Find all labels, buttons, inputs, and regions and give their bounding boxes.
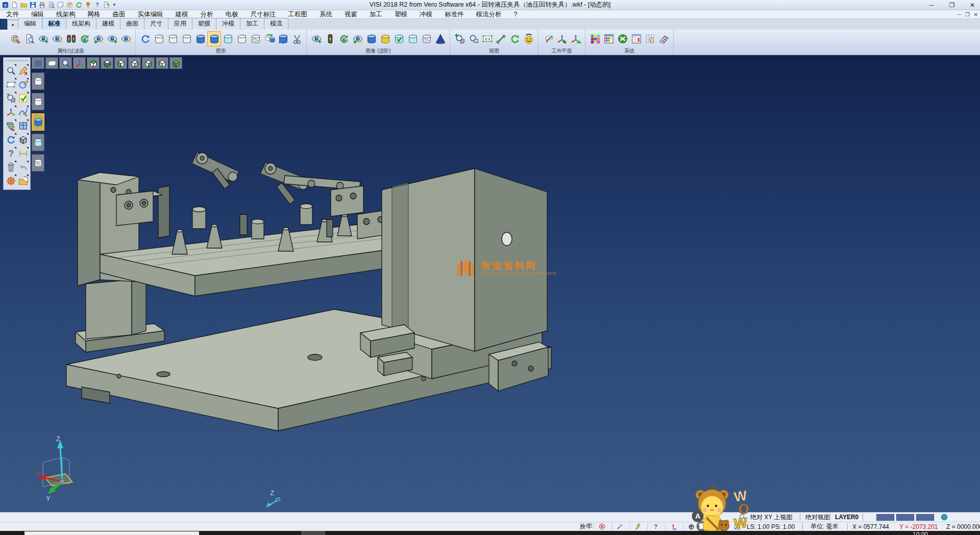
menu-标准件[interactable]: 标准件 <box>438 10 470 18</box>
ribbon-button-traffic-light[interactable] <box>323 31 337 46</box>
qat-floppy-button[interactable] <box>29 1 37 9</box>
ribbon-button-axis-arrow[interactable] <box>569 31 582 46</box>
tab-尺寸[interactable]: 尺寸 <box>144 18 168 30</box>
tool-folder-copy-button[interactable] <box>17 174 29 188</box>
menu-曲面[interactable]: 曲面 <box>107 10 132 18</box>
menu-?[interactable]: ? <box>508 10 524 18</box>
tab-建模[interactable]: 建模 <box>96 18 120 30</box>
dropdown-arrow-icon[interactable] <box>27 175 29 177</box>
view-hamburger-button[interactable] <box>32 57 44 69</box>
tool-layers-brush-button[interactable] <box>5 119 17 133</box>
status-axis-red-blue-button[interactable] <box>670 523 677 530</box>
menu-线架构[interactable]: 线架构 <box>50 10 82 18</box>
menu-模流分析[interactable]: 模流分析 <box>470 10 508 18</box>
tool-undo-button[interactable] <box>17 160 29 174</box>
tool-axis-triad-button[interactable] <box>5 105 17 119</box>
menu-分析[interactable]: 分析 <box>194 10 219 18</box>
dropdown-arrow-icon[interactable] <box>14 147 16 149</box>
dropdown-arrow-icon[interactable] <box>27 147 29 149</box>
tab-冲模[interactable]: 冲模 <box>216 18 240 30</box>
ribbon-button-table-x[interactable] <box>629 31 643 46</box>
minimize-button[interactable]: ─ <box>928 2 935 9</box>
ribbon-button-palette[interactable] <box>588 31 602 46</box>
ribbon-button-arrow-green[interactable] <box>494 31 508 46</box>
view-cube-back-button[interactable] <box>128 57 141 69</box>
menu-视窗[interactable]: 视窗 <box>338 10 363 18</box>
dropdown-arrow-icon[interactable] <box>27 92 29 94</box>
lock-toggle-label[interactable]: 拴牢 <box>580 522 592 531</box>
ribbon-button-traffic-light-pair[interactable] <box>64 31 78 46</box>
qat-help-small-button[interactable]: ? <box>93 1 101 9</box>
ribbon-button-attributes-brush[interactable] <box>9 31 22 46</box>
tool-refresh-blue-button[interactable] <box>5 133 17 147</box>
menu-加工[interactable]: 加工 <box>363 10 388 18</box>
tab-标准[interactable]: 标准 <box>42 18 66 30</box>
dropdown-arrow-icon[interactable] <box>14 133 16 135</box>
ribbon-button-cylinder-yellow[interactable] <box>378 31 392 46</box>
ribbon-button-eye-plus-minus[interactable] <box>351 31 364 46</box>
menu-塑模[interactable]: 塑模 <box>388 10 413 18</box>
tool-plane-corners-button[interactable] <box>5 78 17 91</box>
tool-cube-gray-button[interactable] <box>17 133 29 147</box>
view-cube-top-button[interactable] <box>87 57 100 69</box>
ribbon-button-window-table[interactable] <box>602 31 616 46</box>
status-chisel-yellow-button[interactable] <box>634 523 642 530</box>
dropdown-arrow-icon[interactable] <box>27 106 29 108</box>
tab-曲面[interactable]: 曲面 <box>120 18 144 30</box>
display-cylinder-solid-button[interactable] <box>32 113 44 131</box>
ribbon-button-cylinder-solid[interactable] <box>193 31 207 46</box>
mdi-restore-button[interactable]: ❐ <box>965 12 970 17</box>
tab-模流[interactable]: 模流 <box>264 18 288 30</box>
dropdown-arrow-icon[interactable] <box>27 78 29 80</box>
view-cube-left-button[interactable] <box>156 57 168 69</box>
dropdown-arrow-icon[interactable] <box>14 161 16 163</box>
menu-冲模[interactable]: 冲模 <box>413 10 438 18</box>
mdi-close-button[interactable]: ✕ <box>974 12 978 17</box>
panel-grip[interactable] <box>6 60 28 62</box>
dropdown-arrow-icon[interactable] <box>14 106 16 108</box>
ribbon-button-plane-axis[interactable] <box>541 31 555 46</box>
ribbon-button-zoom-plus[interactable] <box>453 31 467 46</box>
tab-加工[interactable]: 加工 <box>240 18 264 30</box>
view-mode-label[interactable]: 绝对视图 <box>805 513 830 522</box>
display-cylinder-light-button[interactable] <box>32 134 44 151</box>
maximize-button[interactable]: ❐ <box>948 2 955 9</box>
ribbon-button-page-magnifier[interactable] <box>22 31 36 46</box>
taskbar-segment[interactable] <box>301 531 325 535</box>
menu-编辑[interactable]: 编辑 <box>25 10 50 18</box>
qat-page-magnifier-button[interactable] <box>47 1 55 9</box>
display-cylinder-wire-button[interactable] <box>32 93 44 110</box>
ribbon-button-one-to-one[interactable]: 1:1 <box>480 31 494 46</box>
menu-网格[interactable]: 网格 <box>82 10 107 18</box>
3d-viewport[interactable]: 智造资料网 INTELLIGENT MANUFACTURING DATA ? <box>0 55 980 512</box>
view-plane-corners-button[interactable] <box>45 57 58 69</box>
qat-folder-button[interactable] <box>20 1 28 9</box>
view-cube-front-button[interactable] <box>114 57 127 69</box>
display-cylinder-hatch-button[interactable] <box>32 154 44 172</box>
tool-zoom-cube-button[interactable] <box>5 91 17 105</box>
view-cube-right-button[interactable] <box>142 57 155 69</box>
ribbon-button-cylinder-wire[interactable] <box>152 31 166 46</box>
dropdown-arrow-icon[interactable] <box>14 78 16 80</box>
tab-应用[interactable]: 应用 <box>168 18 192 30</box>
tool-spline-pencil-button[interactable] <box>17 105 29 119</box>
ribbon-button-eye-add[interactable] <box>309 31 323 46</box>
tool-trash-button[interactable] <box>5 160 17 174</box>
ribbon-button-cylinder-light[interactable] <box>221 31 235 46</box>
ribbon-button-eye-add[interactable] <box>36 31 50 46</box>
taskbar-app-button[interactable] <box>24 531 199 535</box>
ribbon-button-cylinder-hatch[interactable] <box>249 31 262 46</box>
tool-wheel-button[interactable] <box>5 174 17 188</box>
qat-app-button[interactable]: V <box>2 1 9 9</box>
ribbon-button-eye-minus[interactable] <box>119 31 133 46</box>
dropdown-arrow-icon[interactable] <box>14 119 16 121</box>
tool-question-button[interactable]: ? <box>5 147 17 160</box>
view-cube-iso-button[interactable] <box>169 57 182 69</box>
ribbon-button-cylinder-hatch[interactable] <box>420 31 433 46</box>
qat-palette-small-button[interactable] <box>66 1 74 9</box>
ribbon-button-cylinder-solid[interactable] <box>364 31 378 46</box>
quick-access-dropdown-icon[interactable]: ▼ <box>110 3 118 7</box>
ribbon-button-cylinder-light[interactable] <box>406 31 420 46</box>
ribbon-button-refresh-green[interactable] <box>508 31 522 46</box>
ribbon-button-eye-plus[interactable] <box>105 31 119 46</box>
